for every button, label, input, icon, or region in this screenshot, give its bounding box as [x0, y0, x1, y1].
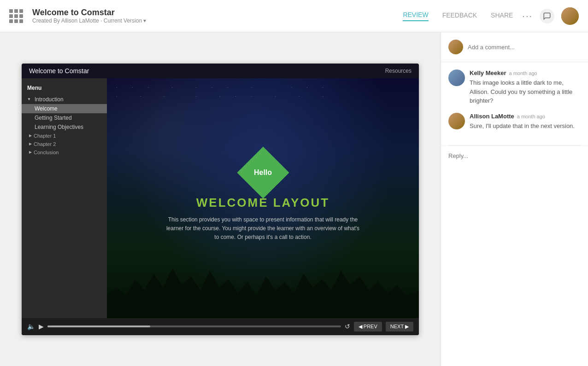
sidebar-label-chapter1: Chapter 1 [34, 133, 56, 139]
comments-panel: Kelly Meeker a month ago This image look… [441, 32, 588, 366]
current-user-avatar [448, 40, 463, 54]
more-button[interactable]: ··· [522, 11, 533, 21]
kelly-avatar [448, 70, 465, 86]
app-title: Welcome to Comstar [32, 8, 403, 17]
welcome-layout-title: WELCOME LAYOUT [196, 196, 329, 210]
sidebar-label-getting-started: Getting Started [35, 115, 72, 121]
play-button[interactable]: ▶ [39, 323, 44, 330]
resources-link[interactable]: Resources [385, 68, 412, 74]
arrow-icon: ▼ [27, 97, 31, 101]
comment-text: Sure, I'll update that in the next versi… [470, 122, 581, 131]
nav-actions: ··· [522, 7, 579, 25]
player-controls: 🔈 ▶ ↺ ◀ PREV NEXT ▶ [22, 318, 419, 335]
arrow-icon-ch2: ▶ [29, 142, 32, 146]
welcome-description: This section provides you with space to … [166, 215, 360, 242]
sidebar-label-conclusion: Conclusion [34, 150, 59, 155]
course-header: Welcome to Comstar Resources [22, 64, 419, 78]
nav-links: REVIEW FEEDBACK SHARE [403, 11, 513, 21]
nav-review[interactable]: REVIEW [403, 11, 428, 21]
comment-text: This image looks a little dark to me, Al… [470, 78, 581, 105]
diamond-container: Hello [245, 154, 282, 191]
reply-area [441, 145, 588, 165]
title-block: Welcome to Comstar Created By Allison La… [32, 8, 403, 24]
comment-item: Kelly Meeker a month ago This image look… [448, 70, 581, 105]
sidebar-item-chapter1[interactable]: ▶ Chapter 1 [22, 132, 107, 140]
arrow-icon-ch1: ▶ [29, 134, 32, 138]
reload-button[interactable]: ↺ [345, 323, 350, 330]
app-grid-button[interactable] [9, 9, 23, 23]
course-sidebar: Menu ▼ Introduction Welcome Getting Star… [22, 78, 107, 318]
course-body: Menu ▼ Introduction Welcome Getting Star… [22, 78, 419, 318]
sidebar-item-welcome[interactable]: Welcome [22, 104, 107, 113]
progress-bar[interactable] [47, 325, 341, 327]
course-main-slide: Hello WELCOME LAYOUT This section provid… [107, 78, 419, 318]
nav-share[interactable]: SHARE [491, 12, 513, 21]
sidebar-menu-title: Menu [22, 83, 107, 93]
comment-header: Kelly Meeker a month ago [470, 70, 581, 76]
sidebar-item-getting-started[interactable]: Getting Started [22, 113, 107, 122]
sidebar-item-conclusion[interactable]: ▶ Conclusion [22, 148, 107, 157]
reply-input[interactable] [448, 152, 581, 159]
course-frame: Welcome to Comstar Resources Menu ▼ Intr… [22, 64, 419, 335]
main-content: Welcome to Comstar Resources Menu ▼ Intr… [0, 32, 588, 366]
sidebar-item-chapter2[interactable]: ▶ Chapter 2 [22, 140, 107, 148]
comment-author: Allison LaMotte [470, 113, 514, 120]
sidebar-label-learning-objectives: Learning Objectives [35, 124, 83, 130]
comment-time: a month ago [517, 114, 545, 119]
comment-header: Allison LaMotte a month ago [470, 113, 581, 120]
volume-button[interactable]: 🔈 [27, 323, 35, 330]
user-avatar[interactable] [561, 7, 579, 25]
sidebar-label-chapter2: Chapter 2 [34, 141, 56, 147]
sidebar-label-introduction: Introduction [35, 96, 64, 103]
comment-body: Allison LaMotte a month ago Sure, I'll u… [470, 113, 581, 131]
sidebar-item-learning-objectives[interactable]: Learning Objectives [22, 122, 107, 132]
arrow-icon-conclusion: ▶ [29, 150, 32, 154]
prev-button[interactable]: ◀ PREV [354, 322, 382, 331]
comment-input[interactable] [468, 44, 581, 51]
course-area: Welcome to Comstar Resources Menu ▼ Intr… [0, 32, 441, 366]
sidebar-item-introduction[interactable]: ▼ Introduction [22, 95, 107, 104]
comment-body: Kelly Meeker a month ago This image look… [470, 70, 581, 105]
comment-icon-button[interactable] [540, 9, 554, 23]
next-button[interactable]: NEXT ▶ [386, 322, 413, 331]
subtitle: Created By Allison LaMotte · Current Ver… [32, 17, 403, 24]
progress-fill [47, 325, 150, 327]
comment-author: Kelly Meeker [470, 70, 506, 76]
sidebar-label-welcome: Welcome [35, 105, 58, 112]
course-title: Welcome to Comstar [29, 67, 89, 75]
allison-avatar [448, 113, 465, 129]
diamond-text: Hello [254, 168, 272, 177]
top-navigation: Welcome to Comstar Created By Allison La… [0, 0, 588, 32]
comment-thread: Kelly Meeker a month ago This image look… [441, 62, 588, 145]
nav-feedback[interactable]: FEEDBACK [442, 12, 477, 21]
comment-item: Allison LaMotte a month ago Sure, I'll u… [448, 113, 581, 131]
comment-time: a month ago [509, 70, 537, 76]
comment-input-area [441, 32, 588, 62]
